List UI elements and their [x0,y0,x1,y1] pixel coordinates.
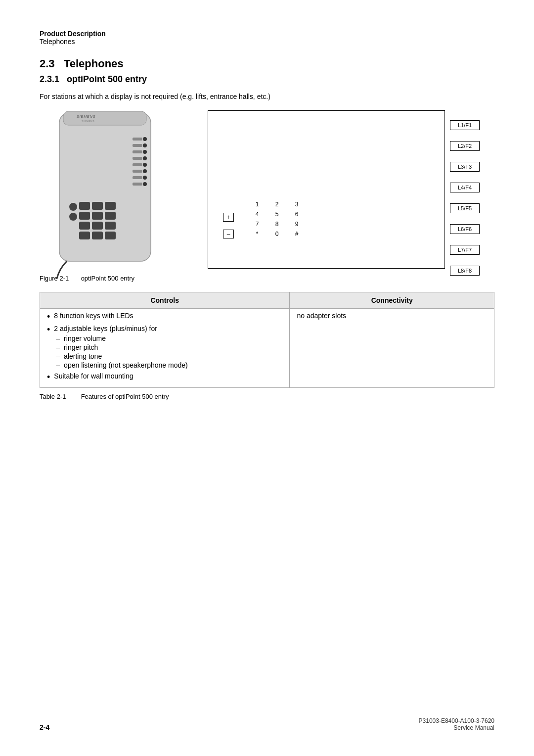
diagram-cell: 4 [248,210,267,219]
diagram-label-box: L6/F6 [450,224,480,234]
diagram-cell: 8 [267,220,286,229]
svg-rect-26 [92,212,103,220]
section-heading: 2.3 Telephones [40,57,494,70]
bullet-1: • 8 function keys with LEDs [47,312,282,323]
diagram-cell: 3 [287,200,306,209]
svg-rect-16 [133,176,142,179]
svg-rect-27 [105,212,116,220]
sub-item: –ringer volume [56,334,187,342]
svg-text:SIEMENS: SIEMENS [82,120,94,123]
bullet-3: • Suitable for wall mounting [47,372,282,383]
diagram-keypad: 123456789*0# [248,200,306,238]
svg-rect-28 [79,222,90,230]
svg-point-5 [143,137,147,141]
svg-rect-12 [133,163,142,166]
dash: – [56,343,60,351]
page-number: 2-4 [40,723,49,731]
minus-box: – [223,230,234,238]
svg-point-7 [143,143,147,147]
svg-text:SIEMENS: SIEMENS [77,115,96,118]
sub-item: –open listening (not speakerphone mode) [56,361,187,369]
table-row-main: • 8 function keys with LEDs • 2 adjustab… [40,309,494,388]
diagram-cell: 0 [267,230,286,238]
svg-rect-1 [63,111,146,125]
connectivity-value: no adapter slots [297,312,346,320]
connectivity-header: Connectivity [290,292,494,309]
bullet-dot-2: • [47,325,50,335]
diagram-label-box: L4/F4 [450,183,480,192]
dash: – [56,361,60,369]
svg-point-20 [69,203,77,211]
svg-point-15 [143,169,147,173]
bullet-2-text: 2 adjustable keys (plus/minus) for [54,325,157,332]
header-sub: Telephones [40,38,494,46]
sub-item: –ringer pitch [56,343,187,351]
diagram-cell: # [287,230,306,238]
controls-cell: • 8 function keys with LEDs • 2 adjustab… [40,309,290,388]
bullet-dot-1: • [47,312,50,323]
diagram-label-box: L7/F7 [450,245,480,255]
svg-rect-33 [105,232,116,239]
bullet-1-text: 8 function keys with LEDs [54,312,133,320]
svg-point-19 [143,182,147,186]
svg-rect-4 [133,138,142,141]
svg-rect-30 [105,222,116,230]
svg-rect-29 [92,222,103,230]
diagram-label-box: L8/F8 [450,266,480,276]
svg-point-17 [143,176,147,180]
svg-rect-8 [133,150,142,153]
svg-rect-10 [133,157,142,160]
diagram-area: + – 123456789*0# L1/F1L2/F2L3/F3L4/F4L5/… [188,110,445,269]
dash: – [56,334,60,342]
header-section: Product Description Telephones [40,30,494,46]
diagram-cell: 1 [248,200,267,209]
footer-reference: P31003-E8400-A100-3-7620 [419,717,494,724]
svg-rect-0 [59,113,151,261]
plus-box: + [223,213,234,222]
bullet-2: • 2 adjustable keys (plus/minus) for –ri… [47,325,282,370]
bullet-dot-3: • [47,372,50,383]
diagram-label-box: L3/F3 [450,162,480,172]
dash: – [56,352,60,360]
svg-rect-22 [79,202,90,210]
diagram-cell: 9 [287,220,306,229]
intro-text: For stations at which a display is not r… [40,93,494,100]
diagram-grid: 123456789*0# [248,200,306,238]
diagram-cell: 7 [248,220,267,229]
subsection-heading: 2.3.1 optiPoint 500 entry [40,74,494,85]
diagram-right-labels: L1/F1L2/F2L3/F3L4/F4L5/F5L6/F6L7/F7L8/F8 [450,120,480,276]
svg-rect-18 [133,183,142,186]
svg-rect-14 [133,170,142,173]
footer: 2-4 P31003-E8400-A100-3-7620 Service Man… [40,717,494,731]
svg-rect-32 [92,232,103,239]
svg-point-9 [143,150,147,154]
diagram-cell: * [248,230,267,238]
sub-item-text: ringer pitch [64,343,98,351]
diagram-cell: 2 [267,200,286,209]
table-caption-text: Features of optiPoint 500 entry [81,393,169,400]
diagram-cell: 6 [287,210,306,219]
sub-item-text: ringer volume [64,334,106,342]
sub-list: –ringer volume–ringer pitch–alerting ton… [56,334,187,369]
svg-rect-25 [79,212,90,220]
diagram-plus-minus: + – [223,213,234,238]
sub-item-text: alerting tone [64,352,102,360]
footer-right: P31003-E8400-A100-3-7620 Service Manual [419,717,494,731]
svg-rect-6 [133,144,142,147]
svg-point-11 [143,156,147,160]
svg-rect-24 [105,202,116,210]
sub-item: –alerting tone [56,352,187,360]
bullet-3-text: Suitable for wall mounting [54,372,133,380]
diagram-label-box: L1/F1 [450,120,480,130]
svg-rect-23 [92,202,103,210]
diagram-label-box: L5/F5 [450,203,480,213]
table-caption: Table 2-1 Features of optiPoint 500 entr… [40,393,494,400]
controls-header: Controls [40,292,290,309]
diagram-cell: 5 [267,210,286,219]
sub-item-text: open listening (not speakerphone mode) [64,361,188,369]
features-table: Controls Connectivity • 8 function keys … [40,292,494,388]
svg-point-13 [143,163,147,167]
svg-point-21 [69,213,77,221]
phone-image: SIEMENS SIEMENS [40,110,178,269]
footer-manual: Service Manual [419,724,494,731]
